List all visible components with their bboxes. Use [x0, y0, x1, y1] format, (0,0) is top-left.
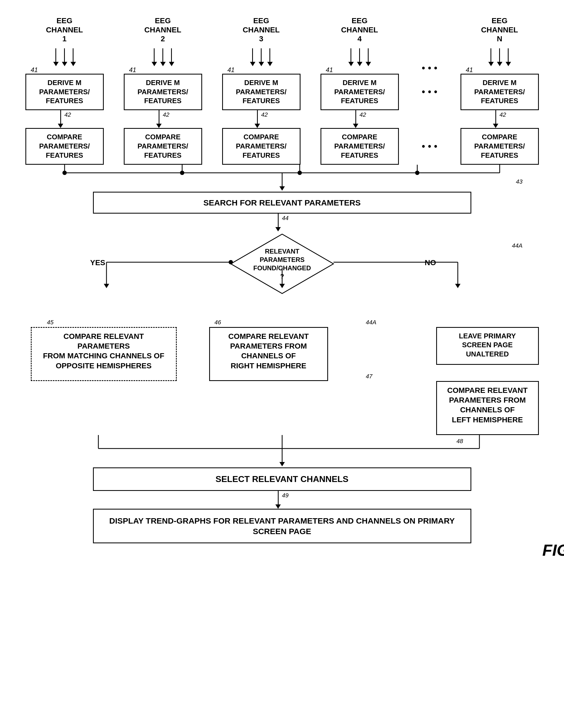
fig-label: FIG. 4: [542, 541, 564, 560]
ref-46: 46: [214, 319, 221, 326]
svg-marker-16: [104, 284, 109, 288]
svg-point-7: [180, 171, 184, 175]
compare-box-n: COMPAREPARAMETERS/FEATURES: [461, 128, 539, 164]
dots-separator-3: • • •: [419, 128, 441, 164]
connector-svg: [25, 165, 539, 192]
eeg-channel-2: EEGCHANNEL2: [124, 16, 202, 46]
ref-48: 48: [457, 438, 463, 445]
svg-marker-11: [279, 186, 285, 191]
display-box: DISPLAY TREND-GRAPHS FOR RELEVANT PARAME…: [93, 509, 471, 543]
eeg-label-n: EEGCHANNELN: [481, 16, 518, 43]
derive-box-2: DERIVE MPARAMETERS/FEATURES: [124, 74, 202, 110]
ref-45: 45: [47, 319, 53, 326]
select-channels-box: SELECT RELEVANT CHANNELS: [93, 467, 471, 491]
compare-right-box: COMPARE RELEVANTPARAMETERS FROMCHANNELS …: [209, 327, 328, 381]
svg-marker-27: [279, 462, 285, 466]
compare-box-3: COMPAREPARAMETERS/FEATURES: [222, 128, 301, 164]
derive-box-3: DERIVE MPARAMETERS/FEATURES: [222, 74, 301, 110]
ref-43: 43: [516, 178, 522, 185]
svg-point-14: [228, 260, 233, 264]
eeg-channel-1: EEGCHANNEL1: [25, 16, 104, 46]
derive-box-4: DERIVE MPARAMETERS/FEATURES: [321, 74, 399, 110]
leave-box: LEAVE PRIMARYSCREEN PAGEUNALTERED: [436, 327, 539, 365]
compare-box-2: COMPAREPARAMETERS/FEATURES: [124, 128, 202, 164]
compare-box-1: COMPAREPARAMETERS/FEATURES: [25, 128, 104, 164]
eeg-label-2: EEGCHANNEL2: [144, 16, 181, 43]
eeg-channel-n: EEGCHANNELN: [461, 16, 539, 46]
svg-point-6: [62, 171, 67, 175]
compare-left-box: COMPARE RELEVANTPARAMETERS FROMCHANNELS …: [436, 381, 539, 435]
dots-separator-1: • • •: [419, 60, 441, 74]
ref-44a: 44A: [512, 242, 522, 249]
svg-marker-21: [455, 284, 461, 288]
compare-box-4: COMPAREPARAMETERS/FEATURES: [321, 128, 399, 164]
derive-box-1: DERIVE MPARAMETERS/FEATURES: [25, 74, 104, 110]
eeg-channel-4: EEGCHANNEL4: [321, 16, 399, 46]
derive-box-n: DERIVE MPARAMETERS/FEATURES: [461, 74, 539, 110]
dots-separator-2: • • •: [419, 74, 441, 110]
svg-point-8: [298, 171, 302, 175]
svg-marker-18: [279, 284, 285, 288]
eeg-label-3: EEGCHANNEL3: [243, 16, 280, 43]
eeg-label-4: EEGCHANNEL4: [341, 16, 378, 43]
flowchart: EEGCHANNEL1 EEGCHANNEL2 EEGCHANNEL3 EEGC…: [22, 16, 542, 570]
compare-opposite-box: COMPARE RELEVANT PARAMETERSFROM MATCHING…: [31, 327, 177, 381]
ref-47: 47: [366, 373, 373, 380]
ref-44a-2: 44A: [366, 319, 377, 326]
branch-routing-svg: [25, 262, 539, 289]
search-box: SEARCH FOR RELEVANT PARAMETERS: [93, 192, 471, 214]
svg-point-9: [415, 171, 420, 175]
eeg-channel-3: EEGCHANNEL3: [222, 16, 301, 46]
eeg-label-1: EEGCHANNEL1: [46, 16, 83, 43]
